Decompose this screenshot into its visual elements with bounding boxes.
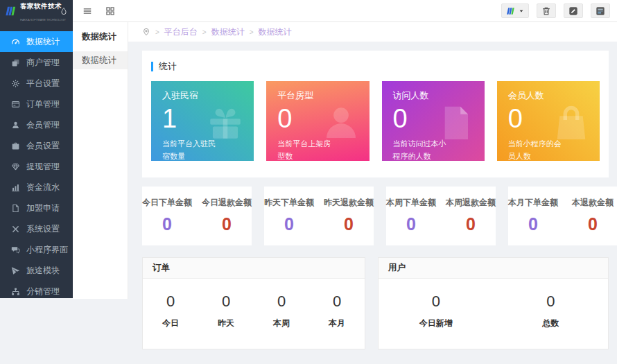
orders-col-week: 0 本周 <box>254 293 309 329</box>
location-pin-icon <box>142 28 150 36</box>
bar-chart-icon <box>11 183 20 192</box>
theme-logo-button[interactable] <box>501 3 529 18</box>
plane-icon <box>11 266 20 275</box>
amount-value: 0 <box>508 214 558 234</box>
logo-icon <box>506 6 516 16</box>
amount-label: 本退款金额 <box>568 197 617 209</box>
orders-col-month: 0 本月 <box>309 293 365 329</box>
sidebar-item-miniprogram-ui[interactable]: 小程序界面 <box>0 239 73 260</box>
amount-value: 0 <box>386 214 436 234</box>
amount-label: 本周退款金额 <box>446 197 496 209</box>
stats-section: 统计 入驻民宿 1 当前平台入驻民宿数量 平台房型 0 当前平台上架房型数 访问… <box>142 51 609 177</box>
admin-dashboard: 客家软件技术 HAKKA SOFTWARE TECHNOLOGY 数据统计 商户… <box>0 0 617 364</box>
sidebar-item-label: 加盟申请 <box>26 202 60 214</box>
amount-value: 0 <box>264 214 314 234</box>
sidebar-item-label: 会员管理 <box>26 119 60 131</box>
sidebar-item-system-settings[interactable]: 系统设置 <box>0 218 73 239</box>
card-title: 平台房型 <box>277 89 358 102</box>
users-panel: 用户 0 今日新增 0 总数 <box>378 257 609 349</box>
orders-panel: 订单 0 今日 0 昨天 0 本周 0 <box>142 257 365 349</box>
topbar-actions <box>501 3 617 18</box>
breadcrumb-item-platform[interactable]: 平台后台 <box>164 26 198 38</box>
orders-panel-title: 订单 <box>143 258 365 279</box>
droplet-icon <box>60 6 68 16</box>
gift-icon <box>205 103 245 143</box>
sidebar-item-label: 系统设置 <box>26 223 60 235</box>
sidebar-item-platform-settings[interactable]: 平台设置 <box>0 73 73 94</box>
sidebar-item-distribution[interactable]: 分销管理 <box>0 281 73 298</box>
amount-label: 昨天下单金额 <box>264 197 314 209</box>
sidebar-item-data-stats[interactable]: 数据统计 <box>0 31 73 52</box>
sidebar-nav: 数据统计 商户管理 平台设置 订单管理 会员管理 会员设置 <box>0 22 73 298</box>
card-visitors: 访问人数 0 当前访问过本小程序的人数 <box>382 81 485 161</box>
shopping-bag-icon <box>551 103 591 143</box>
orders-col-today: 0 今日 <box>143 293 198 329</box>
sidebar-item-label: 数据统计 <box>26 36 60 48</box>
brand-logo-icon <box>5 5 17 17</box>
clear-cache-button[interactable] <box>537 3 556 18</box>
sidebar-item-label: 平台设置 <box>26 78 60 89</box>
secondary-sidebar: 数据统计 数据统计 <box>73 22 128 299</box>
sidebar-item-label: 分销管理 <box>26 286 60 297</box>
card-title: 入驻民宿 <box>162 89 243 102</box>
users-col-total: 0 总数 <box>494 293 609 329</box>
brand-title: 客家软件技术 <box>20 2 62 10</box>
sidebar-item-members[interactable]: 会员管理 <box>0 114 73 135</box>
sidebar-item-label: 订单管理 <box>26 98 60 110</box>
document-icon <box>436 103 476 143</box>
amount-label: 今日退款金额 <box>202 197 252 209</box>
amount-label: 本周下单金额 <box>386 197 436 209</box>
edit-button[interactable] <box>564 3 583 18</box>
amount-label: 本月下单金额 <box>508 197 558 209</box>
amount-box-today: 今日下单金额 0 今日退款金额 0 <box>142 187 252 245</box>
briefcase-icon <box>11 141 20 150</box>
sidebar-item-journey-module[interactable]: 旅途模块 <box>0 260 73 281</box>
comments-icon <box>11 245 20 254</box>
breadcrumb-item-stats[interactable]: 数据统计 <box>211 26 245 38</box>
breadcrumb-item-stats-2[interactable]: 数据统计 <box>259 26 292 38</box>
breadcrumb: > 平台后台 > 数据统计 > 数据统计 <box>128 22 617 42</box>
gear-icon <box>11 79 20 88</box>
sidebar-item-member-settings[interactable]: 会员设置 <box>0 135 73 156</box>
submenu-item-data-stats[interactable]: 数据统计 <box>73 51 128 69</box>
sidebar-item-orders[interactable]: 订单管理 <box>0 94 73 114</box>
dashboard-icon <box>11 37 20 46</box>
card-room-types: 平台房型 0 当前平台上架房型数 <box>266 81 369 161</box>
grid-icon[interactable] <box>105 6 115 16</box>
card-title: 会员人数 <box>508 89 589 102</box>
caret-down-icon <box>519 8 524 14</box>
sidebar-item-withdrawals[interactable]: 提现管理 <box>0 156 73 177</box>
user-icon <box>11 121 20 130</box>
amount-value: 0 <box>202 214 252 234</box>
amount-box-week: 本周下单金额 0 本周退款金额 0 <box>386 187 496 245</box>
card-title: 访问人数 <box>393 89 473 102</box>
amount-box-yesterday: 昨天下单金额 0 昨天退款金额 0 <box>264 187 374 245</box>
sidebar-item-merchants[interactable]: 商户管理 <box>0 52 73 73</box>
sidebar-item-label: 旅途模块 <box>26 265 60 277</box>
card-homestays: 入驻民宿 1 当前平台入驻民宿数量 <box>151 81 254 161</box>
sidebar-item-label: 资金流水 <box>26 182 60 193</box>
primary-sidebar: 客家软件技术 HAKKA SOFTWARE TECHNOLOGY 数据统计 商户… <box>0 0 73 298</box>
breadcrumb-separator: > <box>155 28 159 36</box>
topbar <box>73 0 617 22</box>
section-title: 统计 <box>151 60 600 73</box>
users-panel-title: 用户 <box>379 258 608 279</box>
gem-icon <box>11 162 20 171</box>
layout-list-button[interactable] <box>591 3 610 18</box>
hamburger-icon[interactable] <box>82 6 92 16</box>
close-x-icon <box>11 225 20 234</box>
sidebar-item-label: 会员设置 <box>26 140 60 152</box>
trash-icon <box>541 6 551 16</box>
edit-icon <box>568 6 578 16</box>
sidebar-item-label: 小程序界面 <box>26 244 68 256</box>
users-col-new-today: 0 今日新增 <box>379 293 494 329</box>
brand: 客家软件技术 HAKKA SOFTWARE TECHNOLOGY <box>0 0 73 22</box>
card-member-count: 会员人数 0 当前小程序的会员人数 <box>497 81 600 161</box>
sidebar-item-funds-flow[interactable]: 资金流水 <box>0 177 73 198</box>
sidebar-item-franchise[interactable]: 加盟申请 <box>0 198 73 218</box>
amount-value: 0 <box>324 214 374 234</box>
person-icon <box>321 103 361 143</box>
server-list-icon <box>596 6 605 16</box>
sitemap-icon <box>11 287 20 296</box>
sidebar-item-label: 商户管理 <box>26 57 60 69</box>
